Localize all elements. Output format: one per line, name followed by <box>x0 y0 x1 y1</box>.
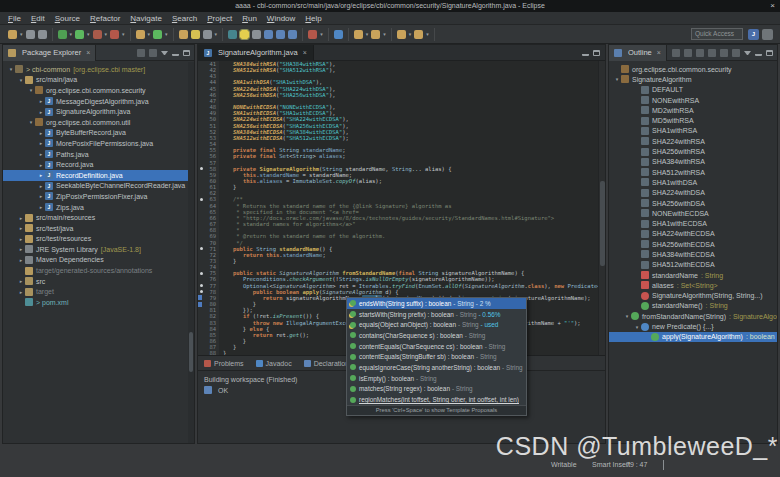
scrollbar-thumb[interactable] <box>189 332 193 372</box>
tree-item[interactable]: MD2withRSA <box>609 105 777 115</box>
completion-item[interactable]: regionMatches(int toffset, String other,… <box>347 394 526 405</box>
chevron-down-icon[interactable]: ▾ <box>623 313 631 319</box>
tree-item[interactable]: ▸JPaths.java <box>3 149 194 160</box>
tree-item[interactable]: SignatureAlgorithm(String, String...) <box>609 291 777 301</box>
chevron-right-icon[interactable]: ▸ <box>17 278 25 284</box>
tree-item[interactable]: ▾> cbi-common [org.eclipse.cbi master] <box>3 64 194 75</box>
snippets-icon[interactable] <box>371 30 380 39</box>
help-icon[interactable] <box>334 30 343 39</box>
tree-item[interactable]: ▸JRE System Library [JavaSE-1.8] <box>3 244 194 255</box>
tree-item[interactable]: ▾SignatureAlgorithm <box>609 74 777 84</box>
chevron-down-icon[interactable]: ▾ <box>613 76 621 82</box>
debug-icon[interactable] <box>58 30 67 39</box>
new-java-project-icon[interactable] <box>136 30 145 39</box>
tree-item[interactable]: NONEwithECDSA <box>609 208 777 218</box>
record-dropdown-icon[interactable]: ▾ <box>320 30 323 39</box>
tree-item[interactable]: SHA224withECDSA <box>609 229 777 239</box>
chevron-right-icon[interactable]: ▸ <box>17 246 25 252</box>
key-assist-icon[interactable] <box>288 30 297 39</box>
tree-item[interactable]: SHA1withRSA <box>609 126 777 136</box>
hide-fields-icon[interactable] <box>696 49 704 57</box>
menu-file[interactable]: File <box>3 14 26 23</box>
chevron-down-icon[interactable]: ▾ <box>27 87 35 93</box>
tree-item[interactable]: ▸src <box>3 276 194 287</box>
close-icon[interactable]: × <box>303 49 307 56</box>
close-icon[interactable]: × <box>86 49 90 56</box>
tree-item[interactable]: standardName : String <box>609 270 777 280</box>
outline-tab[interactable]: Outline × <box>609 45 667 61</box>
tree-item[interactable]: SHA384withRSA <box>609 157 777 167</box>
search-icon[interactable] <box>191 30 200 39</box>
forward-dropdown-icon[interactable]: ▾ <box>426 30 429 39</box>
menu-help[interactable]: Help <box>300 14 326 23</box>
record-icon[interactable] <box>308 30 317 39</box>
maximize-icon[interactable] <box>183 50 190 56</box>
sort-icon[interactable] <box>684 49 692 57</box>
hide-local-types-icon[interactable] <box>732 49 740 57</box>
menu-project[interactable]: Project <box>202 14 237 23</box>
package-explorer-scrollbar[interactable] <box>188 62 194 443</box>
external-tools-dropdown-icon[interactable]: ▾ <box>122 30 125 39</box>
debug-dropdown-icon[interactable]: ▾ <box>70 30 73 39</box>
resource-perspective-icon[interactable] <box>762 29 773 40</box>
tree-item[interactable]: ▾src/main/java <box>3 75 194 86</box>
menu-run[interactable]: Run <box>237 14 262 23</box>
tree-item[interactable]: ▸JRecordDefinition.java <box>3 170 194 181</box>
coverage-dropdown-icon[interactable]: ▾ <box>105 30 108 39</box>
completion-item[interactable]: contentEquals(StringBuffer sb) : boolean… <box>347 351 526 362</box>
pin-editor-icon[interactable] <box>354 30 363 39</box>
chevron-right-icon[interactable]: ▸ <box>17 225 25 231</box>
tree-item[interactable]: SHA256withDSA <box>609 198 777 208</box>
completion-item[interactable]: startsWith(String prefix) : boolean - St… <box>347 309 526 320</box>
back-dropdown-icon[interactable]: ▾ <box>409 30 412 39</box>
new-java-class-icon[interactable] <box>153 30 162 39</box>
tree-item[interactable]: ▾org.eclipse.cbi.common.security <box>3 85 194 96</box>
run-icon[interactable] <box>75 30 84 39</box>
chevron-right-icon[interactable]: ▸ <box>37 151 45 157</box>
chevron-down-icon[interactable]: ▾ <box>7 66 15 72</box>
quick-access-field[interactable]: Quick Access <box>691 28 743 40</box>
external-tools-icon[interactable] <box>110 30 119 39</box>
tree-item[interactable]: SHA384withECDSA <box>609 249 777 259</box>
tree-item[interactable]: aliases : Set<String> <box>609 280 777 290</box>
package-explorer-tab[interactable]: Package Explorer × <box>3 45 96 61</box>
chevron-right-icon[interactable]: ▸ <box>17 236 25 242</box>
chevron-right-icon[interactable]: ▸ <box>37 183 45 189</box>
new-java-project-dropdown-icon[interactable]: ▾ <box>148 30 151 39</box>
completion-item[interactable]: contains(CharSequence s) : boolean - Str… <box>347 330 526 341</box>
tree-item[interactable]: SHA256withRSA <box>609 146 777 156</box>
tab-javadoc[interactable]: Javadoc <box>250 356 298 371</box>
menu-source[interactable]: Source <box>50 14 85 23</box>
completion-item[interactable]: endsWith(String suffix) : boolean - Stri… <box>347 298 526 309</box>
tree-item[interactable]: ▸target <box>3 286 194 297</box>
open-resource-icon[interactable] <box>276 30 285 39</box>
chevron-right-icon[interactable]: ▸ <box>17 215 25 221</box>
tree-item[interactable]: target/generated-sources/annotations <box>3 265 194 276</box>
completion-item[interactable]: contentEquals(CharSequence cs) : boolean… <box>347 341 526 352</box>
pin-editor-dropdown-icon[interactable]: ▾ <box>366 30 369 39</box>
tree-item[interactable]: ▸JRecord.java <box>3 159 194 170</box>
chevron-right-icon[interactable]: ▸ <box>37 193 45 199</box>
close-icon[interactable]: × <box>657 49 661 56</box>
terminal-icon[interactable] <box>228 30 237 39</box>
chevron-right-icon[interactable]: ▸ <box>37 204 45 210</box>
chevron-right-icon[interactable]: ▸ <box>37 140 45 146</box>
tree-item[interactable]: SHA1withECDSA <box>609 218 777 228</box>
tree-item[interactable]: org.eclipse.cbi.common.security <box>609 64 777 74</box>
forward-icon[interactable] <box>414 30 423 39</box>
search-menu-dropdown-icon[interactable]: ▾ <box>215 30 218 39</box>
tree-item[interactable]: DEFAULT <box>609 85 777 95</box>
tree-item[interactable]: MD5withRSA <box>609 115 777 125</box>
tree-item[interactable]: ▸src/main/resources <box>3 212 194 223</box>
java-perspective-icon[interactable]: J <box>748 29 759 40</box>
menu-search[interactable]: Search <box>167 14 202 23</box>
menu-refactor[interactable]: Refactor <box>85 14 125 23</box>
chevron-right-icon[interactable]: ▸ <box>37 109 45 115</box>
tree-item[interactable]: ▾new Predicate() {...} <box>609 321 777 331</box>
minimize-icon[interactable] <box>582 50 589 56</box>
hide-static-members-icon[interactable] <box>708 49 716 57</box>
coverage-icon[interactable] <box>93 30 102 39</box>
back-icon[interactable] <box>397 30 406 39</box>
menu-window[interactable]: Window <box>262 14 300 23</box>
view-menu-icon[interactable] <box>744 51 751 55</box>
